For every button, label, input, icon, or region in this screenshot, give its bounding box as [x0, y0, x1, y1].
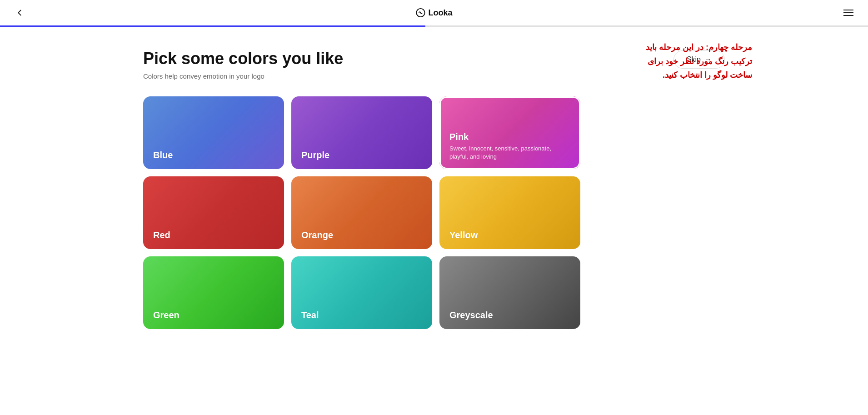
color-label-purple: Purple	[301, 149, 329, 161]
logo-text: Looka	[428, 8, 452, 18]
color-label-blue: Blue	[153, 149, 173, 161]
menu-line	[843, 12, 853, 13]
color-card-purple[interactable]: Purple	[291, 96, 432, 169]
color-label-pink: Pink	[449, 131, 570, 143]
color-card-greyscale[interactable]: Greyscale	[439, 256, 580, 329]
menu-button[interactable]	[843, 10, 853, 16]
color-label-yellow: Yellow	[449, 229, 478, 241]
color-card-blue[interactable]: Blue	[143, 96, 284, 169]
color-card-pink[interactable]: PinkSweet, innocent, sensitive, passiona…	[439, 96, 580, 169]
color-card-red[interactable]: Red	[143, 176, 284, 249]
back-button[interactable]	[15, 8, 25, 18]
main-content: Pick some colors you like Skip → Colors …	[116, 27, 752, 329]
color-label-teal: Teal	[301, 309, 319, 321]
color-card-yellow[interactable]: Yellow	[439, 176, 580, 249]
color-label-orange: Orange	[301, 229, 333, 241]
color-grid: BluePurplePinkSweet, innocent, sensitive…	[143, 96, 725, 329]
content-area: Pick some colors you like Skip → Colors …	[143, 49, 725, 329]
annotation-text: مرحله چهارم: در این مرحله باید ترکیب رنگ…	[634, 40, 752, 82]
color-card-orange[interactable]: Orange	[291, 176, 432, 249]
page-title: Pick some colors you like	[143, 49, 343, 68]
color-label-greyscale: Greyscale	[449, 309, 493, 321]
logo: Looka	[415, 8, 452, 18]
logo-icon	[415, 8, 425, 18]
color-label-red: Red	[153, 229, 170, 241]
color-card-green[interactable]: Green	[143, 256, 284, 329]
header: Looka	[0, 0, 868, 25]
menu-line	[843, 15, 853, 16]
color-card-teal[interactable]: Teal	[291, 256, 432, 329]
menu-line	[843, 10, 853, 10]
color-label-green: Green	[153, 309, 180, 321]
color-desc-pink: Sweet, innocent, sensitive, passionate, …	[449, 145, 570, 161]
